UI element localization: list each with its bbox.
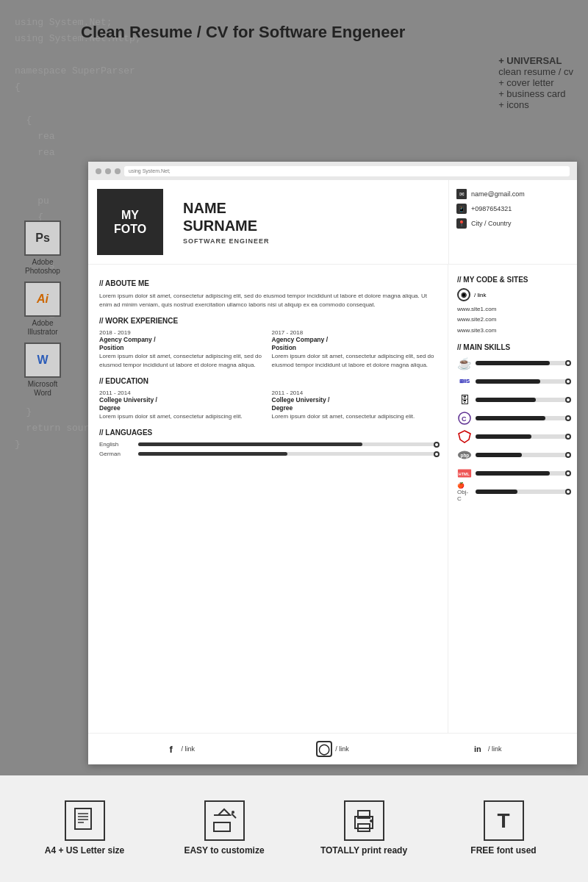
angular-bar <box>476 434 568 439</box>
php-icon: php <box>457 448 472 462</box>
word-icon: W <box>24 343 61 378</box>
work-date-1: 2018 - 2019 <box>99 329 265 336</box>
sites-list: www.slte1.com www.site2.com www.site3.co… <box>457 304 568 336</box>
lang-german-fill <box>138 452 287 456</box>
iis-icon: ⊞IIS <box>457 374 472 389</box>
education-columns: 2011 - 2014 College University /Degree L… <box>99 390 437 421</box>
skill-sql: 🗄 <box>457 392 568 407</box>
html-circle <box>565 470 571 476</box>
cv-job-title: SOFTWARE ENGINEER <box>183 237 270 245</box>
svg-line-15 <box>232 814 236 818</box>
svg-marker-14 <box>218 809 230 815</box>
sql-bar <box>476 398 568 402</box>
csharp-icon: C <box>457 411 472 426</box>
svg-point-20 <box>370 820 373 822</box>
lang-german-bar <box>138 452 437 456</box>
iis-circle <box>565 379 571 384</box>
cv-footer: f / link ◯ / link in / link <box>88 733 577 764</box>
edu-date-2: 2011 - 2014 <box>272 390 437 396</box>
location-value: City / Country <box>471 220 512 227</box>
page-title: Clean Resume / CV for Software Engeneer <box>81 22 566 43</box>
github-link: / link <box>474 292 486 298</box>
svg-text:php: php <box>461 453 470 459</box>
browser-dot-2 <box>105 168 111 174</box>
tool-photoshop: Ps AdobePhotoshop <box>16 220 69 276</box>
customize-icon <box>204 800 245 841</box>
cv-name-area: NAMESURNAME SOFTWARE ENGINEER <box>174 199 270 245</box>
word-label: MicrosoftWord <box>16 380 69 398</box>
location-icon: 📍 <box>456 218 467 229</box>
java-fill <box>476 361 550 365</box>
social-linkedin: in / link <box>470 741 502 757</box>
a4-label: A4 + US Letter size <box>45 845 124 857</box>
html-bar <box>476 471 568 476</box>
angular-circle <box>565 434 571 440</box>
php-bar <box>476 453 568 457</box>
svg-point-16 <box>232 811 234 814</box>
illustrator-icon: Ai <box>24 282 61 317</box>
social-instagram: ◯ / link <box>316 741 349 757</box>
java-circle <box>565 360 571 366</box>
objc-circle <box>565 489 571 495</box>
skill-iis: ⊞IIS <box>457 374 568 389</box>
about-title: // ABOUTE ME <box>99 279 437 287</box>
main-container: Clean Resume / CV for Software Engeneer … <box>0 0 588 882</box>
contact-phone: 📱 +0987654321 <box>456 204 570 214</box>
csharp-circle <box>565 415 571 421</box>
header-section: Clean Resume / CV for Software Engeneer … <box>0 0 588 58</box>
skills-title: // MAIN SKILLS <box>457 343 568 351</box>
lang-english-bar <box>138 442 437 446</box>
font-icon: T <box>484 800 524 841</box>
tool-icons-panel: Ps AdobePhotoshop Ai AdobeIllustrator W … <box>16 220 69 398</box>
cv-right-column: // MY CODE & SITES ◉ / link www.slte1.co… <box>448 265 577 733</box>
svg-text:C: C <box>462 415 467 423</box>
work-company-2: Agency Company /Position <box>272 336 437 352</box>
feature-universal: + UNIVERSAL <box>498 55 573 66</box>
browser-dot-3 <box>115 168 121 174</box>
linkedin-link: / link <box>488 745 502 753</box>
about-text: Lorem ipsum dolor sit amet, consectetur … <box>99 292 437 309</box>
url-bar: using System.Net; <box>124 166 570 176</box>
feature-font: T FREE font used <box>459 800 548 857</box>
feature-customize: EASY to customize <box>180 800 268 857</box>
html-icon: HTML <box>457 466 472 481</box>
photoshop-icon: Ps <box>24 220 61 256</box>
work-title: // WORK EXPERIENCE <box>99 317 437 325</box>
github-icon: ◉ <box>457 288 470 301</box>
objc-icon: 🍎Obj-C <box>457 484 472 499</box>
skill-csharp: C <box>457 411 568 426</box>
angular-fill <box>476 434 531 439</box>
java-bar <box>476 361 568 365</box>
csharp-fill <box>476 416 545 420</box>
lang-german: German <box>99 451 437 457</box>
lang-german-label: German <box>99 451 132 457</box>
sql-icon: 🗄 <box>457 392 472 407</box>
font-t-letter: T <box>497 809 509 833</box>
svg-marker-2 <box>459 431 470 442</box>
font-label: FREE font used <box>470 845 536 857</box>
html-fill <box>476 471 550 476</box>
cv-top-bar: using System.Net; <box>88 162 577 180</box>
contact-location: 📍 City / Country <box>456 218 570 229</box>
cv-left-column: // ABOUTE ME Lorem ipsum dolor sit amet,… <box>88 265 448 733</box>
svg-rect-7 <box>75 808 91 829</box>
iis-fill <box>476 379 540 384</box>
edu-col-2: 2011 - 2014 College University /Degree L… <box>272 390 437 421</box>
email-value: name@gmail.com <box>471 190 525 198</box>
tool-illustrator: Ai AdobeIllustrator <box>16 282 69 337</box>
features-list: + UNIVERSAL clean resume / cv + cover le… <box>498 55 573 110</box>
facebook-link: / link <box>182 745 196 753</box>
print-icon <box>344 800 384 841</box>
header-title: Clean Resume / CV for Software Engeneer <box>81 22 566 43</box>
phone-value: +0987654321 <box>471 205 512 212</box>
education-title: // EDUCATION <box>99 377 437 385</box>
social-facebook: f / link <box>164 741 196 757</box>
photoshop-label: AdobePhotoshop <box>16 258 69 276</box>
cv-header-left: MYFOTO NAMESURNAME SOFTWARE ENGINEER <box>88 180 448 264</box>
iis-bar <box>476 379 568 384</box>
feature-a4: A4 + US Letter size <box>40 800 129 857</box>
skill-objc: 🍎Obj-C <box>457 484 568 499</box>
edu-text-1: Lorem ipsum dolor sit amet, consectetur … <box>99 412 265 421</box>
sql-fill <box>476 398 536 402</box>
edu-school-2: College University /Degree <box>272 396 437 412</box>
